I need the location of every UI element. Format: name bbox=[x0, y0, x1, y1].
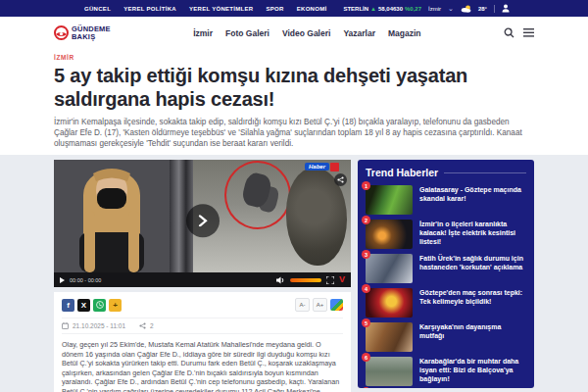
fullscreen-icon[interactable] bbox=[326, 276, 334, 284]
topbar-link-guncel[interactable]: GÜNCEL bbox=[84, 6, 111, 12]
video-share-button[interactable] bbox=[334, 173, 347, 186]
site-header: GÜNDEME BAKIŞ İzmir Foto Galeri Video Ga… bbox=[0, 17, 588, 49]
weather-cloud-icon bbox=[461, 5, 471, 13]
broadcaster-watermark: Haber bbox=[305, 163, 329, 171]
trend-item-6[interactable]: 6 Karabağlar'da bir muhtar daha isyan et… bbox=[366, 357, 526, 386]
user-icon[interactable] bbox=[502, 4, 510, 13]
city-selector[interactable]: İzmir bbox=[428, 6, 441, 12]
publish-date: 21.10.2025 - 11:01 bbox=[73, 322, 125, 329]
rank-badge: 4 bbox=[362, 284, 370, 293]
ticker-change: %0,27 bbox=[405, 6, 421, 12]
menu-burger-icon[interactable] bbox=[523, 28, 534, 37]
category-label[interactable]: İZMİR bbox=[54, 54, 534, 61]
trend-thumbnail: 3 bbox=[366, 254, 413, 283]
topbar-link-ekonomi[interactable]: EKONOMİ bbox=[297, 6, 327, 12]
volume-icon[interactable] bbox=[276, 276, 285, 284]
rank-badge: 3 bbox=[362, 250, 370, 259]
temperature-value: 28° bbox=[478, 6, 487, 12]
trend-haberler-panel: Trend Haberler 1 Galatasaray - Göztepe m… bbox=[358, 160, 534, 388]
article-body-card: f X + A- A+ bbox=[54, 292, 351, 392]
trend-item-1[interactable]: 1 Galatasaray - Göztepe maçında skandal … bbox=[366, 185, 526, 215]
trend-title: Trend Haberler bbox=[366, 167, 438, 178]
play-chevron-icon bbox=[198, 215, 208, 226]
page: GÜNCEL YEREL POLİTİKA YEREL YÖNETİMLER S… bbox=[0, 0, 588, 392]
x-share-button[interactable]: X bbox=[77, 299, 90, 312]
video-player[interactable]: Haber 00:00 - 00:00 bbox=[54, 160, 351, 287]
victim-photo bbox=[54, 160, 170, 272]
share-toolbar: f X + A- A+ bbox=[62, 298, 343, 312]
share-count: 2 bbox=[150, 322, 154, 329]
topbar-menu: GÜNCEL YEREL POLİTİKA YEREL YÖNETİMLER S… bbox=[84, 6, 327, 12]
article-header: İZMİR 5 ay takip ettiği komşu kızına deh… bbox=[0, 49, 588, 155]
trend-thumbnail: 5 bbox=[366, 322, 413, 352]
article-body-text: Olay, geçen yıl 25 Ekim'de, Mustafa Kema… bbox=[62, 340, 343, 392]
topbar-link-yerel-yonetimler[interactable]: YEREL YÖNETİMLER bbox=[189, 6, 254, 12]
share-count-icon bbox=[139, 322, 146, 329]
rank-badge: 2 bbox=[362, 216, 370, 224]
watermark-flag bbox=[330, 163, 339, 172]
nav-video-galeri[interactable]: Video Galeri bbox=[282, 28, 330, 38]
control-play-icon[interactable] bbox=[60, 277, 65, 283]
font-decrease-button[interactable]: A- bbox=[295, 298, 310, 312]
search-icon[interactable] bbox=[504, 27, 514, 38]
trend-item-4[interactable]: 4 Göztepe'den maç sonrası tepki: Tek kel… bbox=[366, 288, 526, 318]
topbar: GÜNCEL YEREL POLİTİKA YEREL YÖNETİMLER S… bbox=[0, 0, 588, 17]
whatsapp-share-button[interactable] bbox=[93, 299, 106, 312]
trend-item-title: İzmir'in o ilçeleri karanlıkta kalacak! … bbox=[419, 220, 526, 249]
logo-text: GÜNDEME BAKIŞ bbox=[72, 25, 111, 40]
topbar-info: STERLİN ▲ 58,04630 %0,27 İzmir ⌄ 28° bbox=[343, 4, 510, 13]
player-brand-logo: V bbox=[339, 275, 345, 284]
trend-header: Trend Haberler bbox=[366, 167, 526, 178]
article-main-column: Haber 00:00 - 00:00 bbox=[54, 160, 351, 392]
content-columns: Haber 00:00 - 00:00 bbox=[0, 155, 588, 392]
rank-badge: 6 bbox=[362, 353, 370, 362]
trend-item-title: Galatasaray - Göztepe maçında skandal ka… bbox=[419, 185, 526, 215]
trend-item-5[interactable]: 5 Karşıyaka'nın dayanışma mutfağı bbox=[366, 322, 526, 352]
trend-item-title: Karşıyaka'nın dayanışma mutfağı bbox=[419, 322, 526, 352]
article-lead: İzmir'in Kemalpaşa ilçesinde, sokakta ta… bbox=[54, 117, 534, 149]
trend-item-title: Göztepe'den maç sonrası tepki: Tek kelim… bbox=[419, 288, 526, 318]
video-controls: 00:00 - 00:00 V bbox=[54, 272, 351, 287]
topbar-link-spor[interactable]: SPOR bbox=[267, 6, 284, 12]
topbar-link-yerel-politika[interactable]: YEREL POLİTİKA bbox=[123, 6, 176, 12]
ticker-label: STERLİN bbox=[343, 6, 368, 12]
chevron-down-icon[interactable]: ⌄ bbox=[448, 7, 454, 11]
nav-magazin[interactable]: Magazin bbox=[388, 28, 421, 38]
topbar-divider bbox=[494, 5, 495, 13]
font-increase-button[interactable]: A+ bbox=[313, 298, 327, 312]
nav-yazarlar[interactable]: Yazarlar bbox=[343, 28, 375, 38]
site-logo[interactable]: GÜNDEME BAKIŞ bbox=[54, 25, 111, 40]
whatsapp-icon bbox=[96, 301, 104, 309]
trend-item-2[interactable]: 2 İzmir'in o ilçeleri karanlıkta kalacak… bbox=[366, 220, 526, 249]
more-share-button[interactable]: + bbox=[109, 299, 122, 312]
highlight-circle bbox=[224, 161, 291, 229]
ticker-up-icon: ▲ bbox=[370, 6, 376, 12]
trend-item-3[interactable]: 3 Fatih Ürek'in sağlık durumu için hasta… bbox=[366, 254, 526, 283]
rank-badge: 7 bbox=[362, 387, 370, 388]
rank-badge: 5 bbox=[362, 318, 370, 327]
volume-slider[interactable] bbox=[290, 278, 321, 282]
trend-divider bbox=[444, 172, 526, 173]
video-time: 00:00 - 00:00 bbox=[70, 277, 101, 283]
rank-badge: 1 bbox=[362, 181, 370, 190]
ticker-value: 58,04630 bbox=[378, 6, 403, 12]
share-nodes-icon bbox=[337, 176, 344, 183]
trend-item-title: Fatih Ürek'in sağlık durumu için hastane… bbox=[419, 254, 526, 283]
google-news-icon[interactable] bbox=[330, 299, 343, 311]
trend-thumbnail: 4 bbox=[366, 288, 413, 318]
nav-foto-galeri[interactable]: Foto Galeri bbox=[225, 28, 270, 38]
facebook-share-button[interactable]: f bbox=[62, 299, 74, 312]
trend-thumbnail: 6 bbox=[366, 357, 413, 386]
trend-thumbnail: 1 bbox=[366, 185, 413, 215]
main-nav: İzmir Foto Galeri Video Galeri Yazarlar … bbox=[193, 28, 420, 38]
calendar-icon bbox=[62, 322, 69, 329]
header-actions bbox=[504, 27, 534, 38]
logo-eye-icon bbox=[54, 25, 69, 40]
play-button[interactable] bbox=[186, 204, 220, 237]
article-title: 5 ay takip ettiği komşu kızına dehşeti y… bbox=[54, 64, 534, 111]
trend-item-title: Karabağlar'da bir muhtar daha isyan etti… bbox=[419, 357, 526, 386]
trend-thumbnail: 2 bbox=[366, 220, 413, 249]
currency-ticker[interactable]: STERLİN ▲ 58,04630 %0,27 bbox=[343, 6, 421, 12]
nav-izmir[interactable]: İzmir bbox=[193, 28, 213, 38]
article-meta: 21.10.2025 - 11:01 2 bbox=[62, 318, 343, 334]
